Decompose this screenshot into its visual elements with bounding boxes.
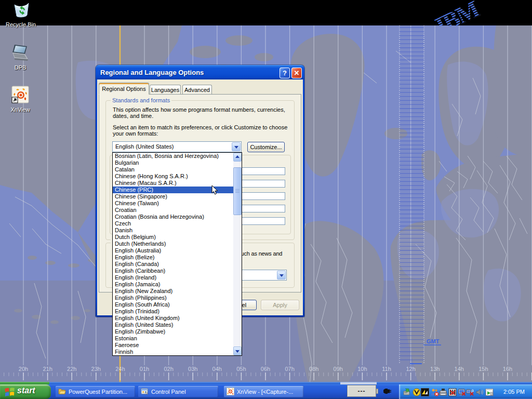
svg-text:03h: 03h [188,366,197,372]
svg-text:16h: 16h [503,366,512,372]
svg-text:07h: 07h [285,366,294,372]
svg-text:IBM: IBM [431,0,484,26]
svg-text:21h: 21h [43,366,52,372]
svg-text:12h: 12h [406,366,415,372]
svg-text:24h: 24h [115,366,125,372]
svg-text:09h: 09h [334,366,343,372]
svg-text:04h: 04h [212,366,222,372]
svg-text:15h: 15h [478,366,488,372]
svg-text:14h: 14h [455,366,464,372]
svg-text:06h: 06h [261,366,270,372]
svg-text:02h: 02h [164,366,173,372]
svg-text:20h: 20h [19,366,28,372]
svg-text:23h: 23h [91,366,101,372]
svg-text:05h: 05h [236,366,246,372]
svg-text:10h: 10h [357,366,367,372]
svg-text:11h: 11h [382,366,391,372]
svg-text:GMT: GMT [427,338,440,344]
svg-text:01h: 01h [140,366,149,372]
svg-text:22h: 22h [67,366,76,372]
svg-text:08h: 08h [309,366,318,372]
svg-text:13h: 13h [430,366,440,372]
